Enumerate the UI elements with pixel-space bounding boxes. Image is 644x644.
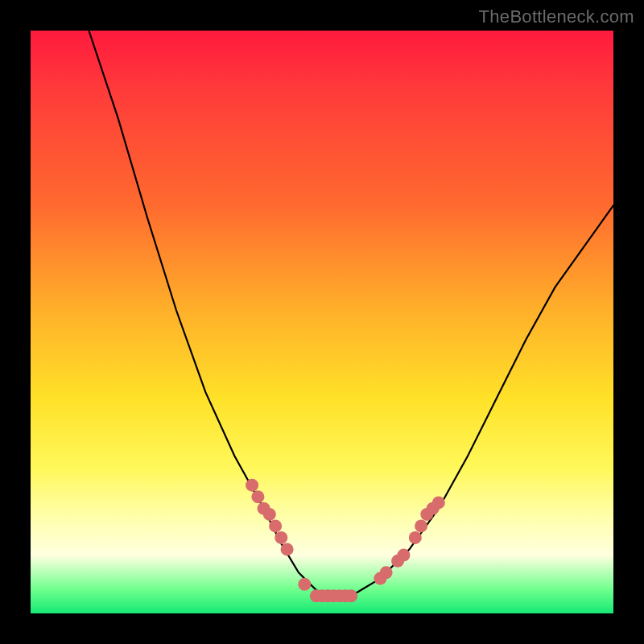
data-marker: [432, 496, 445, 509]
chart-frame: TheBottleneck.com: [0, 0, 644, 644]
data-marker: [275, 531, 287, 544]
data-marker: [298, 578, 311, 591]
watermark-text: TheBottleneck.com: [479, 6, 634, 27]
data-marker: [380, 566, 393, 579]
plot-area: [31, 31, 613, 613]
data-marker: [397, 549, 410, 562]
data-marker: [269, 519, 282, 532]
data-marker: [345, 589, 357, 602]
data-marker: [281, 543, 294, 555]
data-marker: [415, 519, 427, 532]
chart-svg: [31, 31, 613, 613]
data-marker: [263, 508, 276, 521]
marker-group: [246, 479, 445, 603]
data-marker: [409, 531, 422, 544]
data-marker: [246, 479, 258, 492]
data-marker: [251, 490, 264, 503]
bottleneck-curve: [89, 31, 613, 596]
